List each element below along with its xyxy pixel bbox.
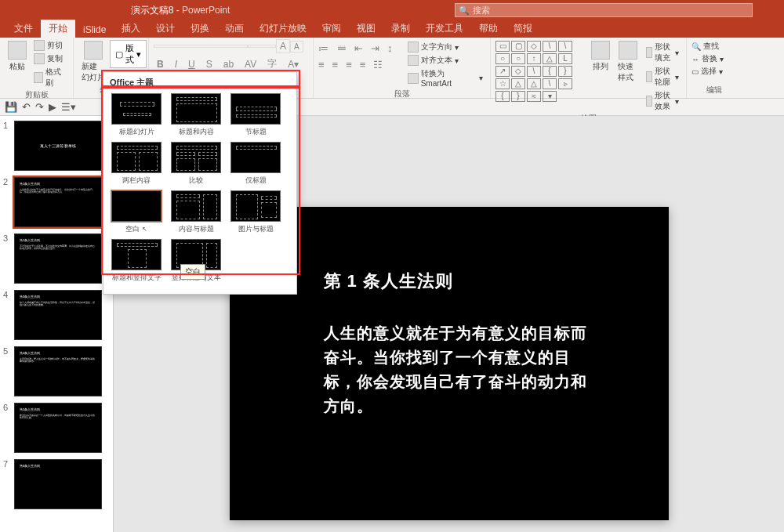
select-icon: ▭ bbox=[691, 67, 699, 76]
tab-录制[interactable]: 录制 bbox=[383, 20, 418, 38]
group-paragraph: ≔ ⩸ ⇤ ⇥ ↕ ≡ ≡ ≡ ≡ ☷ 文字方向 ▾ 对齐文本 ▾ 转换为 Sm… bbox=[314, 38, 491, 98]
layout-gallery-dropdown: Office 主题 标题幻灯片标题和内容节标题两栏内容比较仅标题空白 ↖内容与标… bbox=[103, 71, 297, 295]
shape-effect-button[interactable]: 形状效果 ▾ bbox=[644, 89, 681, 113]
shape-fill-button[interactable]: 形状填充 ▾ bbox=[644, 41, 681, 64]
tab-开发工具[interactable]: 开发工具 bbox=[418, 20, 471, 38]
font-size-combo[interactable] bbox=[248, 45, 276, 48]
fill-icon bbox=[646, 47, 653, 58]
layout-option-两栏内容[interactable]: 两栏内容 bbox=[111, 142, 162, 186]
slideshow-button[interactable]: ▶ bbox=[49, 101, 56, 113]
paste-button[interactable]: 粘贴 bbox=[5, 39, 30, 74]
layout-option-标题和竖排文字[interactable]: 标题和竖排文字 bbox=[111, 239, 162, 283]
font-family-combo[interactable] bbox=[154, 45, 248, 48]
align-text-button[interactable]: 对齐文本 ▾ bbox=[405, 54, 485, 67]
save-button[interactable]: 💾 bbox=[5, 101, 17, 113]
font-color-button[interactable]: A▾ bbox=[285, 58, 302, 71]
find-icon: 🔍 bbox=[691, 42, 701, 51]
italic-button[interactable]: I bbox=[172, 58, 180, 71]
strike-button[interactable]: S bbox=[203, 58, 216, 71]
align-right-button[interactable]: ≡ bbox=[346, 59, 352, 71]
tab-开始[interactable]: 开始 bbox=[41, 20, 75, 38]
thumbnail-slide-1[interactable]: 1真人十三讲前 新单练 bbox=[3, 121, 110, 171]
paste-icon bbox=[8, 41, 27, 60]
line-spacing-button[interactable]: ↕ bbox=[387, 42, 393, 54]
layout-gallery-header: Office 主题 bbox=[103, 72, 296, 92]
layout-option-图片与标题[interactable]: 图片与标题 bbox=[230, 190, 281, 234]
effect-icon bbox=[646, 96, 653, 107]
numbering-button[interactable]: ⩸ bbox=[336, 42, 347, 54]
thumbnail-slide-4[interactable]: 4第3条人生法则每个人都有属于自己不同的生活阶段，所以不要因为不同结果而沮丧，那… bbox=[3, 290, 110, 340]
layout-option-仅标题[interactable]: 仅标题 bbox=[230, 142, 281, 186]
quick-styles-button[interactable]: 快速样式 bbox=[615, 39, 642, 85]
columns-button[interactable]: ☷ bbox=[373, 59, 383, 71]
smartart-button[interactable]: 转换为 SmartArt ▾ bbox=[405, 67, 485, 89]
chevron-down-icon: ▾ bbox=[136, 49, 141, 60]
tab-审阅[interactable]: 审阅 bbox=[314, 20, 349, 38]
group-clipboard: 粘贴 剪切 复制 格式刷 剪贴板 bbox=[0, 38, 74, 98]
indent-dec-button[interactable]: ⇤ bbox=[354, 42, 363, 54]
tab-设计[interactable]: 设计 bbox=[148, 20, 183, 38]
layout-dropdown[interactable]: ▢版式▾ bbox=[110, 40, 147, 68]
copy-button[interactable]: 复制 bbox=[31, 52, 68, 65]
bullets-button[interactable]: ≔ bbox=[318, 42, 328, 54]
tab-文件[interactable]: 文件 bbox=[6, 20, 41, 38]
redo-button[interactable]: ↷ bbox=[35, 101, 44, 113]
layout-option-内容与标题[interactable]: 内容与标题 bbox=[171, 190, 221, 234]
find-button[interactable]: 🔍查找 bbox=[691, 41, 724, 52]
char-spacing-button[interactable]: AV bbox=[241, 58, 260, 71]
thumbnail-slide-5[interactable]: 5第4条人生法则要日日精进，把人生过成一场持续成长，而不是短暂改变，把重复简单的… bbox=[3, 346, 110, 396]
shapes-gallery[interactable]: ▭▢◇\\○○↑ △L↗◇\{}☆ △△\▹{}≈▾ bbox=[495, 39, 586, 102]
format-painter-button[interactable]: 格式刷 bbox=[31, 66, 68, 89]
layout-option-节标题[interactable]: 节标题 bbox=[230, 93, 281, 137]
align-left-button[interactable]: ≡ bbox=[318, 59, 325, 71]
align-center-button[interactable]: ≡ bbox=[332, 59, 339, 71]
search-placeholder: 搜索 bbox=[473, 5, 490, 16]
text-direction-button[interactable]: 文字方向 ▾ bbox=[405, 41, 485, 53]
thumbnail-slide-2[interactable]: 2第1条人生法则人生的意义就在于为有意义的目标而奋斗。当你找到了一个有意义的目标… bbox=[3, 177, 110, 227]
bold-button[interactable]: B bbox=[154, 58, 167, 71]
indent-inc-button[interactable]: ⇥ bbox=[371, 42, 379, 54]
search-box[interactable]: 🔍 搜索 bbox=[455, 3, 753, 17]
tab-切换[interactable]: 切换 bbox=[183, 20, 217, 38]
smartart-icon bbox=[408, 73, 419, 84]
increase-font-button[interactable]: A bbox=[276, 39, 290, 53]
slide-body[interactable]: 人生的意义就在于为有意义的目标而奋斗。当你找到了一个有意义的目标，你会发现自己有… bbox=[324, 321, 590, 418]
shape-outline-button[interactable]: 形状轮廓 ▾ bbox=[644, 65, 681, 89]
align-text-icon bbox=[408, 55, 419, 66]
more-qat-button[interactable]: ☰▾ bbox=[61, 101, 76, 113]
new-slide-icon bbox=[84, 41, 103, 60]
tab-视图[interactable]: 视图 bbox=[349, 20, 383, 38]
undo-button[interactable]: ↶ bbox=[22, 101, 31, 113]
underline-button[interactable]: U bbox=[185, 58, 198, 71]
title-bar: 演示文稿8 - PowerPoint 🔍 搜索 bbox=[0, 0, 784, 20]
layout-option-空白[interactable]: 空白 ↖ bbox=[111, 190, 162, 234]
window-title: 演示文稿8 - PowerPoint bbox=[0, 4, 455, 17]
thumbnail-slide-7[interactable]: 7第6条人生法则 bbox=[3, 459, 110, 509]
thumbnail-slide-6[interactable]: 6第5条人生法则能力强弱不是决定一个人成败的关键原因，而是能不能坦然面对人生中的… bbox=[3, 403, 110, 453]
cut-button[interactable]: 剪切 bbox=[31, 39, 68, 52]
select-button[interactable]: ▭选择 ▾ bbox=[691, 66, 724, 77]
ribbon: 粘贴 剪切 复制 格式刷 剪贴板 新建 幻灯片 ▢版式▾ 幻灯片 A A bbox=[0, 38, 784, 99]
group-drawing: ▭▢◇\\○○↑ △L↗◇\{}☆ △△\▹{}≈▾ 排列 快速样式 形状填充 … bbox=[491, 38, 687, 98]
decrease-font-button[interactable]: A bbox=[290, 41, 303, 52]
tab-帮助[interactable]: 帮助 bbox=[471, 20, 506, 38]
paragraph-label: 段落 bbox=[318, 89, 485, 100]
replace-button[interactable]: ↔替换 ▾ bbox=[691, 53, 724, 64]
thumbnail-panel[interactable]: 1真人十三讲前 新单练2第1条人生法则人生的意义就在于为有意义的目标而奋斗。当你… bbox=[0, 116, 114, 532]
tab-幻灯片放映[interactable]: 幻灯片放映 bbox=[252, 20, 314, 38]
layout-option-标题幻灯片[interactable]: 标题幻灯片 bbox=[111, 93, 162, 137]
layout-option-标题和内容[interactable]: 标题和内容 bbox=[171, 93, 221, 137]
arrange-button[interactable]: 排列 bbox=[588, 39, 613, 74]
tab-动画[interactable]: 动画 bbox=[217, 20, 252, 38]
thumbnail-slide-3[interactable]: 3第2条人生法则不论现在处于什么环境，不要因此而妄自菲薄。因为这些都是你改变自己… bbox=[3, 233, 110, 284]
text-direction-icon bbox=[408, 42, 419, 52]
tab-iSlide[interactable]: iSlide bbox=[75, 22, 114, 38]
change-case-button[interactable]: 字 bbox=[264, 56, 280, 71]
slide-title[interactable]: 第 1 条人生法则 bbox=[324, 270, 622, 293]
tab-简报[interactable]: 简报 bbox=[506, 20, 540, 38]
group-editing: 🔍查找 ↔替换 ▾ ▭选择 ▾ 编辑 bbox=[687, 38, 742, 98]
tab-插入[interactable]: 插入 bbox=[114, 20, 148, 38]
justify-button[interactable]: ≡ bbox=[360, 59, 366, 71]
layout-option-比较[interactable]: 比较 bbox=[171, 142, 221, 186]
shadow-button[interactable]: ab bbox=[220, 58, 237, 71]
